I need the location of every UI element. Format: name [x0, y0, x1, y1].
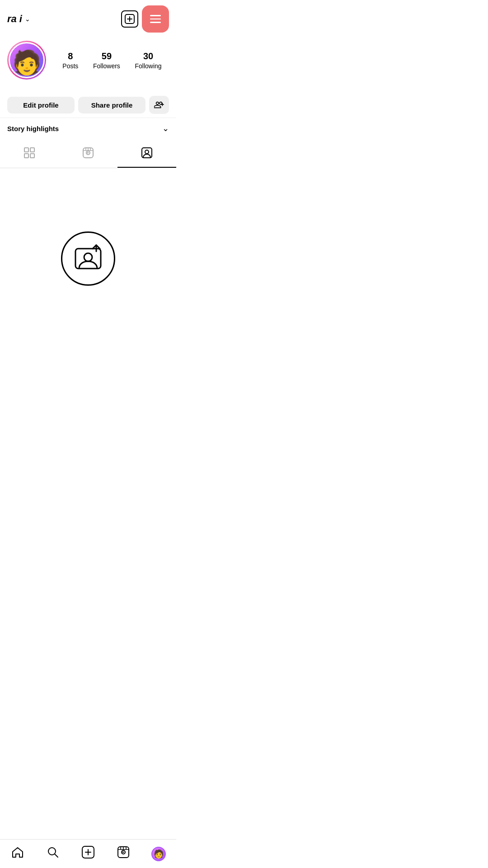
avatar-image: 🧑 [12, 51, 42, 74]
svg-rect-5 [24, 148, 28, 152]
grid-icon [23, 147, 35, 161]
add-person-button[interactable] [149, 96, 169, 114]
followers-count: 59 [102, 51, 112, 61]
header: rai ⌄ [0, 0, 176, 36]
nav-reels[interactable] [110, 844, 137, 864]
nav-add[interactable] [75, 844, 102, 864]
profile-section: 🧑 8 Posts 59 Followers 30 Following [0, 36, 176, 89]
username-dropdown-icon[interactable]: ⌄ [25, 15, 30, 23]
share-profile-button[interactable]: Share profile [78, 97, 145, 113]
tab-grid[interactable] [0, 141, 59, 168]
username-text: ra [7, 13, 17, 25]
edit-profile-button[interactable]: Edit profile [7, 97, 75, 113]
svg-line-22 [55, 854, 58, 857]
svg-point-19 [84, 253, 92, 261]
followers-label: Followers [93, 62, 120, 70]
menu-line [150, 15, 161, 16]
following-label: Following [135, 62, 162, 70]
reels-nav-icon [117, 846, 130, 862]
home-icon [11, 846, 24, 862]
svg-marker-32 [122, 851, 125, 853]
story-highlights-chevron-icon: ⌄ [162, 123, 169, 133]
tab-reels[interactable] [59, 141, 117, 168]
stat-following[interactable]: 30 Following [135, 51, 162, 70]
stats-row: 8 Posts 59 Followers 30 Following [55, 51, 169, 70]
profile-info-row: 🧑 8 Posts 59 Followers 30 Following [7, 41, 169, 80]
stat-posts[interactable]: 8 Posts [62, 51, 78, 70]
svg-rect-8 [30, 154, 34, 158]
svg-rect-7 [24, 154, 28, 158]
empty-state-icon [61, 231, 115, 286]
menu-line [150, 19, 161, 20]
menu-line [150, 22, 161, 23]
stat-followers[interactable]: 59 Followers [93, 51, 120, 70]
action-buttons-row: Edit profile Share profile [0, 89, 176, 118]
svg-rect-6 [30, 148, 34, 152]
bottom-nav: 🧑 [0, 839, 176, 868]
add-post-button[interactable] [121, 10, 138, 28]
following-count: 30 [143, 51, 153, 61]
add-icon [82, 846, 94, 862]
nav-search[interactable] [39, 844, 66, 864]
header-left: rai ⌄ [7, 13, 30, 25]
story-highlights-label: Story highlights [7, 125, 59, 132]
posts-label: Posts [62, 62, 78, 70]
svg-marker-15 [87, 152, 89, 154]
tab-tagged[interactable] [117, 141, 176, 168]
avatar-wrapper: 🧑 [7, 41, 46, 80]
tagged-icon [141, 147, 153, 161]
story-highlights-row[interactable]: Story highlights ⌄ [0, 118, 176, 139]
nav-home[interactable] [4, 844, 31, 864]
empty-tagged-svg [74, 244, 103, 273]
menu-button[interactable] [142, 5, 169, 33]
nav-profile-avatar: 🧑 [151, 847, 166, 861]
nav-profile[interactable]: 🧑 [145, 844, 172, 864]
header-right [121, 5, 169, 33]
search-icon [47, 846, 59, 862]
tab-content-tagged [0, 168, 176, 349]
username-suffix: i [19, 13, 22, 25]
svg-point-17 [145, 150, 149, 154]
tabs-row [0, 141, 176, 168]
reels-icon [82, 147, 94, 161]
posts-count: 8 [68, 51, 73, 61]
avatar[interactable]: 🧑 [9, 42, 45, 78]
